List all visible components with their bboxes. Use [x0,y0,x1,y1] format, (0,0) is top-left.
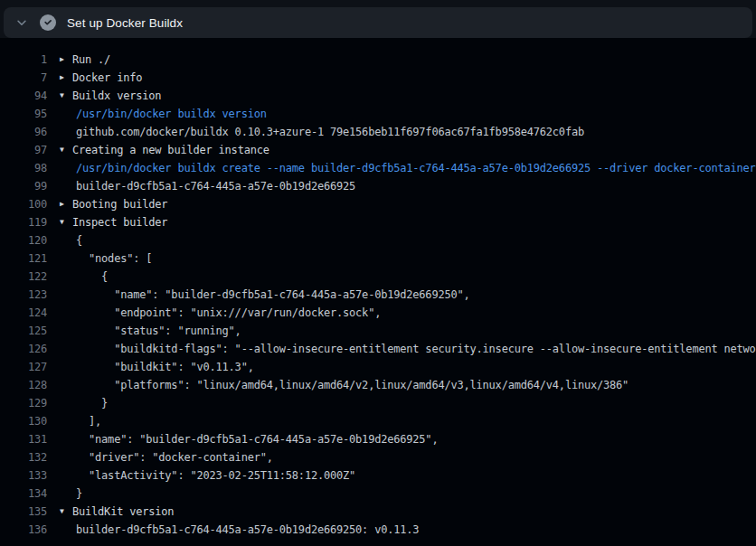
log-line: 120{ [0,231,756,249]
log-output-text: builder-d9cfb5a1-c764-445a-a57e-0b19d2e6… [76,177,355,195]
triangle-down-icon[interactable]: ▼ [60,503,72,521]
triangle-right-icon[interactable]: ▶ [60,51,72,69]
line-number[interactable]: 135 [0,503,47,521]
log-output-text: "platforms": "linux/amd64,linux/amd64/v2… [76,376,628,394]
log-group-title[interactable]: Creating a new builder instance [72,141,269,159]
log-output-text: github.com/docker/buildx 0.10.3+azure-1 … [76,123,584,141]
line-number[interactable]: 94 [0,87,47,105]
log-group-title[interactable]: Booting builder [72,195,167,213]
line-number[interactable]: 98 [0,159,47,177]
line-number[interactable]: 125 [0,322,47,340]
log-group-title[interactable]: Inspect builder [72,213,167,231]
log-line: 126 "buildkitd-flags": "--allow-insecure… [0,340,756,358]
log-output-text: "lastActivity": "2023-02-25T11:58:12.000… [76,466,355,485]
log-output-text: "status": "running", [76,322,241,340]
log-line: 129 } [0,394,756,412]
log-line: 136builder-d9cfb5a1-c764-445a-a57e-0b19d… [0,521,756,539]
step-title: Set up Docker Buildx [67,16,183,30]
line-number[interactable]: 7 [0,69,47,87]
log-group-row[interactable]: 1▶Run ./ [0,51,756,69]
triangle-right-icon[interactable]: ▶ [60,195,72,213]
log-group-row[interactable]: 97▼Creating a new builder instance [0,141,756,159]
log-command-text: /usr/bin/docker buildx version [76,105,267,123]
log-group-row[interactable]: 135▼BuildKit version [0,503,756,521]
log-output-text: "buildkitd-flags": "--allow-insecure-ent… [76,340,756,358]
line-number[interactable]: 130 [0,412,47,430]
log-group-title[interactable]: Buildx version [72,87,161,105]
log-line: 96github.com/docker/buildx 0.10.3+azure-… [0,123,756,141]
line-number[interactable]: 131 [0,430,47,448]
line-number[interactable]: 126 [0,340,47,358]
triangle-right-icon[interactable]: ▶ [60,69,72,87]
triangle-down-icon[interactable]: ▼ [60,141,72,159]
line-number[interactable]: 99 [0,177,47,195]
chevron-down-icon[interactable] [14,15,29,30]
line-number[interactable]: 128 [0,376,47,394]
log-group-row[interactable]: 7▶Docker info [0,69,756,87]
log-line: 128 "platforms": "linux/amd64,linux/amd6… [0,376,756,394]
line-number[interactable]: 129 [0,394,47,412]
log-line: 121 "nodes": [ [0,249,756,268]
log-group-title[interactable]: Run ./ [72,51,110,69]
line-number[interactable]: 100 [0,195,47,213]
log-output-text: builder-d9cfb5a1-c764-445a-a57e-0b19d2e6… [76,521,419,539]
log-output-text: "name": "builder-d9cfb5a1-c764-445a-a57e… [76,286,470,304]
log-group-title[interactable]: Docker info [72,69,142,87]
line-number[interactable]: 97 [0,141,47,159]
log-line: 98/usr/bin/docker buildx create --name b… [0,159,756,177]
line-number[interactable]: 134 [0,485,47,503]
line-number[interactable]: 96 [0,123,47,141]
log-output-text: "name": "builder-d9cfb5a1-c764-445a-a57e… [76,430,438,448]
line-number[interactable]: 120 [0,231,47,249]
line-number[interactable]: 122 [0,268,47,286]
log-output-text: } [76,485,82,503]
log-line: 127 "buildkit": "v0.11.3", [0,358,756,376]
log-group-row[interactable]: 94▼Buildx version [0,87,756,105]
step-header[interactable]: Set up Docker Buildx [4,7,752,38]
line-number[interactable]: 121 [0,249,47,268]
log-line: 132 "driver": "docker-container", [0,448,756,466]
log-output-text: "nodes": [ [76,249,152,268]
line-number[interactable]: 119 [0,213,47,231]
log-line: 133 "lastActivity": "2023-02-25T11:58:12… [0,466,756,485]
log-line: 123 "name": "builder-d9cfb5a1-c764-445a-… [0,286,756,304]
line-number[interactable]: 132 [0,448,47,466]
line-number[interactable]: 127 [0,358,47,376]
line-number[interactable]: 136 [0,521,47,539]
log-line: 124 "endpoint": "unix:///var/run/docker.… [0,304,756,322]
log-lines: 1▶Run ./7▶Docker info94▼Buildx version95… [0,38,756,539]
log-output-text: "buildkit": "v0.11.3", [76,358,254,376]
line-number[interactable]: 124 [0,304,47,322]
log-output-text: } [76,394,108,412]
log-line: 125 "status": "running", [0,322,756,340]
line-number[interactable]: 1 [0,51,47,69]
log-output-text: { [76,231,82,249]
log-output-text: { [76,268,108,286]
line-number[interactable]: 95 [0,105,47,123]
log-line: 95/usr/bin/docker buildx version [0,105,756,123]
log-line: 134} [0,485,756,503]
line-number[interactable]: 133 [0,466,47,485]
page-top-band: Set up Docker Buildx [0,0,756,38]
check-circle-icon [40,14,56,31]
log-line: 131 "name": "builder-d9cfb5a1-c764-445a-… [0,430,756,448]
log-line: 99builder-d9cfb5a1-c764-445a-a57e-0b19d2… [0,177,756,195]
triangle-down-icon[interactable]: ▼ [60,87,72,105]
log-command-text: /usr/bin/docker buildx create --name bui… [76,159,756,177]
log-group-row[interactable]: 119▼Inspect builder [0,213,756,231]
log-output-text: ], [76,412,101,430]
log-line: 122 { [0,268,756,286]
log-output-text: "driver": "docker-container", [76,448,273,466]
log-group-title[interactable]: BuildKit version [72,503,174,521]
triangle-down-icon[interactable]: ▼ [60,213,72,231]
log-line: 130 ], [0,412,756,430]
log-group-row[interactable]: 100▶Booting builder [0,195,756,213]
log-output-text: "endpoint": "unix:///var/run/docker.sock… [76,304,381,322]
line-number[interactable]: 123 [0,286,47,304]
